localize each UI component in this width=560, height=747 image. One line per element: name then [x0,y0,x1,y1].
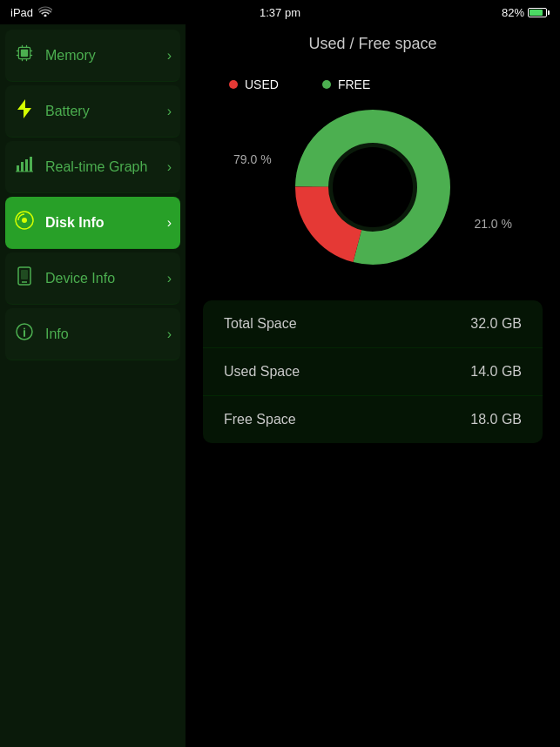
svg-rect-20 [21,270,28,279]
realtime-chevron: › [167,159,172,175]
chart-icon [14,157,35,177]
donut-container: 79.0 % [286,100,460,274]
svg-rect-13 [25,159,28,172]
table-row: Free Space 18.0 GB [203,396,543,443]
diskinfo-chevron: › [167,215,172,231]
data-table: Total Space 32.0 GB Used Space 14.0 GB F… [203,300,543,443]
sidebar: Memory › Battery › Real- [0,24,186,747]
used-label: USED [245,77,279,91]
svg-point-22 [24,328,25,330]
app-container: Memory › Battery › Real- [0,24,560,747]
status-bar: iPad 1:37 pm 82% [0,0,560,24]
donut-chart [286,100,460,274]
used-space-value: 14.0 GB [470,364,522,380]
info-label: Info [45,326,157,342]
sidebar-item-memory[interactable]: Memory › [5,30,180,82]
free-label: FREE [338,77,370,91]
info-chevron: › [167,326,172,342]
svg-point-17 [22,218,27,223]
legend-used: USED [229,77,279,91]
disk-icon [14,211,35,234]
battery-chevron: › [167,104,172,119]
device-name: iPad [10,6,33,19]
sidebar-item-info[interactable]: Info › [5,308,180,360]
main-content: Used / Free space USED FREE 79.0 % [186,24,560,747]
used-percent-label: 21.0 % [474,217,512,231]
battery-percent: 82% [502,6,524,19]
info-icon [14,323,35,345]
chart-wrapper: 79.0 % [212,100,534,274]
sidebar-item-battery[interactable]: Battery › [5,85,180,138]
table-row: Used Space 14.0 GB [203,348,543,396]
free-dot [322,80,331,89]
status-right: 82% [502,6,550,19]
legend-free: FREE [322,77,370,91]
memory-label: Memory [45,48,157,64]
svg-rect-12 [21,162,24,172]
svg-rect-1 [21,50,28,57]
deviceinfo-label: Device Info [45,271,157,286]
table-row: Total Space 32.0 GB [203,300,543,348]
total-space-label: Total Space [224,316,297,332]
used-space-label: Used Space [224,364,300,380]
content-header: Used / Free space [186,24,560,60]
device-icon [14,266,35,290]
memory-chevron: › [167,48,172,64]
realtime-label: Real-time Graph [45,159,157,175]
time-display: 1:37 pm [260,6,300,19]
free-percent-label: 79.0 % [233,152,272,166]
svg-point-27 [333,147,413,227]
sidebar-item-diskinfo[interactable]: Disk Info › [5,197,180,249]
chip-icon [14,44,35,66]
svg-rect-14 [30,157,32,172]
battery-label: Battery [45,104,157,119]
battery-icon [528,8,550,17]
used-dot [229,80,238,89]
total-space-value: 32.0 GB [470,316,522,332]
diskinfo-label: Disk Info [45,215,157,231]
chart-legend: USED FREE [229,77,370,91]
svg-rect-11 [17,165,19,172]
svg-marker-10 [17,99,31,118]
chart-area: USED FREE 79.0 % [186,60,560,292]
deviceinfo-chevron: › [167,271,172,286]
free-space-value: 18.0 GB [470,412,522,427]
free-space-label: Free Space [224,412,296,427]
status-left: iPad [10,6,52,19]
wifi-icon [38,6,52,19]
sidebar-item-deviceinfo[interactable]: Device Info › [5,252,180,305]
bolt-icon [14,99,35,123]
sidebar-item-realtime[interactable]: Real-time Graph › [5,141,180,193]
